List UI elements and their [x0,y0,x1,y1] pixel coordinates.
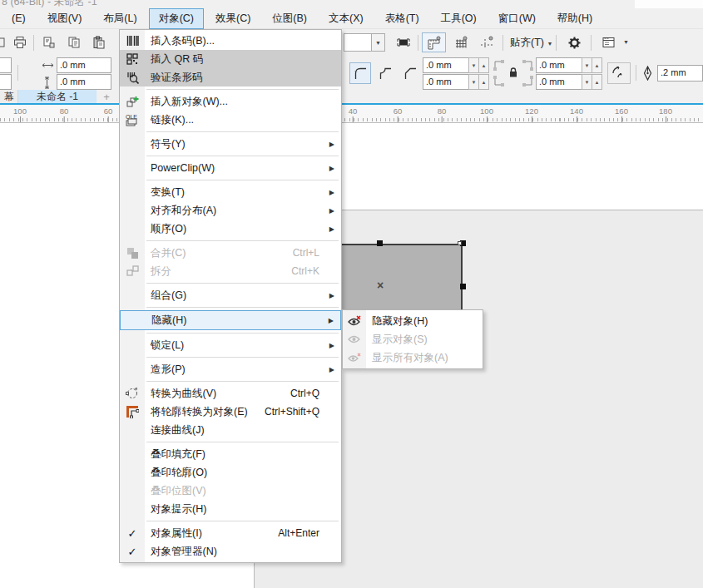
ruler-mark: 140 [570,106,583,116]
options-gear-icon[interactable] [562,32,586,52]
menu-item-combine: 合并(C) Ctrl+L [120,244,341,262]
selection-handle-right-middle[interactable] [460,284,466,289]
spinner-up-icon[interactable]: ▲ [478,74,489,90]
ruler-mark: 100 [13,106,27,116]
menu-item-group[interactable]: 组合(G) ▶ [120,286,341,304]
menubar-item-object[interactable]: 对象(C) [149,8,204,29]
hide-object-icon [343,315,366,327]
print-icon[interactable] [10,32,30,52]
corner-radius-bottom-right-field[interactable]: .0 mm [536,74,582,90]
show-grid-icon[interactable] [448,32,473,52]
menu-item-join-curves[interactable]: 连接曲线(J) [120,421,341,439]
chevron-down-icon[interactable]: ▼ [371,34,384,51]
window-layout-icon[interactable] [597,32,619,52]
show-object-icon [343,334,366,345]
add-page-button[interactable]: + [97,90,116,103]
object-width-field[interactable]: .0 mm [57,57,111,73]
tab-untitled-document[interactable]: 未命名 -1 [18,90,97,103]
corner-node-icon [522,59,534,87]
menu-separator [120,238,341,244]
menu-item-order[interactable]: 顺序(O) ▶ [120,220,341,238]
selection-handle-top-left[interactable] [377,240,383,246]
chevron-down-icon[interactable]: ▼ [623,39,629,45]
menu-item-transformations[interactable]: 变换(T) ▶ [120,183,341,201]
scalloped-corner-button[interactable] [374,62,396,84]
lock-icon[interactable] [508,67,518,78]
menu-separator [120,177,341,183]
menubar-item-layout[interactable]: 布局(L) [93,8,146,29]
tab-welcome-screen-partial[interactable]: 幕 [0,90,18,103]
chamfered-corner-button[interactable] [399,62,421,84]
menu-item-object-hinting[interactable]: 对象提示(H) [120,500,341,518]
paste-icon[interactable] [88,32,110,52]
outline-width-field[interactable]: .2 mm [657,65,703,82]
spinner-up-icon[interactable]: ▲ [592,74,602,90]
menu-item-convert-outline-to-object[interactable]: 将轮廓转换为对象(E) Ctrl+Shift+Q [120,403,341,421]
zoom-level-combo[interactable]: ▼ [344,33,385,52]
menu-item-overprint-fill[interactable]: 叠印填充(F) [120,445,341,463]
horizontal-ruler[interactable]: 100 80 60 40 60 80 100 120 140 160 180 [0,105,703,123]
menubar-item-text[interactable]: 文本(X) [319,8,374,29]
menu-item-convert-to-curves[interactable]: 转换为曲线(V) Ctrl+Q [120,384,341,403]
submenu-item-show-object: 显示对象(S) [343,330,483,348]
snap-to-label: 贴齐(T) [510,37,544,48]
menu-item-align-distribute[interactable]: 对齐和分布(A) ▶ [120,201,341,220]
menu-item-lock[interactable]: 锁定(L) ▶ [120,336,341,354]
object-position-x-field[interactable]: m [0,57,12,73]
snap-to-dropdown[interactable]: 贴齐(T) ▼ [510,36,552,50]
break-apart-icon [120,265,145,278]
corner-node-marker[interactable] [458,241,462,245]
duplicate-icon[interactable] [63,32,85,52]
menu-item-object-manager[interactable]: ✓ 对象管理器(N) [120,542,341,561]
menu-item-object-properties[interactable]: ✓ 对象属性(I) Alt+Enter [120,524,341,542]
menubar-item-tools[interactable]: 工具(O) [431,8,487,29]
menu-item-overprint-outline[interactable]: 叠印轮廓(O) [120,463,341,482]
toolbar-separator [33,35,34,51]
show-rulers-icon[interactable] [422,32,446,52]
title-bar: 8 (64-Bit) - 未命名 -1 [0,0,703,8]
menubar-item-effects[interactable]: 效果(C) [205,8,260,29]
corner-radius-top-right-field[interactable]: .0 mm [536,57,582,73]
chevron-down-icon: ▼ [547,41,552,47]
corner-radius-top-field[interactable]: .0 mm [423,57,469,73]
submenu-arrow-icon: ▶ [329,366,334,373]
menu-item-insert-new-object[interactable]: 插入新对象(W)... [120,92,341,111]
menu-item-validate-barcode[interactable]: 验证条形码 [120,68,341,86]
show-all-objects-icon [343,352,366,363]
spinner-up-icon[interactable]: ▲ [478,57,489,73]
menu-item-symbol[interactable]: 符号(Y) ▶ [120,135,341,153]
menu-item-links[interactable]: OLE 链接(K)... [120,111,341,129]
ruler-mark: 80 [60,106,69,116]
menu-separator [120,354,341,360]
submenu-arrow-icon: ▶ [329,165,334,172]
menubar-item-view[interactable]: 视图(V) [37,8,92,29]
object-center-marker[interactable]: × [374,279,386,291]
full-screen-preview-icon[interactable] [392,32,415,52]
object-height-field[interactable]: .0 mm [57,74,111,90]
show-guidelines-icon[interactable] [474,32,498,52]
menu-item-shaping[interactable]: 造形(P) ▶ [120,360,341,378]
object-position-y-field[interactable]: m [0,74,12,90]
relative-corner-scaling-icon[interactable] [607,62,631,84]
menu-item-insert-qr-code[interactable]: 插入 QR 码 [120,50,341,68]
menubar-item-help[interactable]: 帮助(H) [547,8,602,29]
corner-radius-bottom-field[interactable]: .0 mm [423,74,469,90]
menu-item-insert-barcode[interactable]: 插入条码(B)... [120,32,341,50]
menubar-item-bitmaps[interactable]: 位图(B) [262,8,317,29]
round-corner-button[interactable] [349,62,371,84]
menu-separator [120,153,341,159]
menu-item-powerclip[interactable]: PowerClip(W) ▶ [120,159,341,177]
menu-separator [120,330,341,336]
insert-new-object-icon [120,96,145,108]
menu-item-hide[interactable]: 隐藏(H) ▶ [120,310,341,330]
spinner-up-icon[interactable]: ▲ [592,57,602,73]
menubar-item-table[interactable]: 表格(T) [375,8,429,29]
menu-item-break-apart: 拆分 Ctrl+K [120,262,341,280]
submenu-item-hide-object[interactable]: 隐藏对象(H) [343,312,483,330]
toolbar-separator [636,65,636,81]
menubar-item-window[interactable]: 窗口(W) [488,8,546,29]
object-height-icon [43,77,51,89]
clipped-toolbar-icon[interactable] [0,32,5,52]
copy-properties-icon[interactable] [38,32,60,52]
menubar-item-edit-partial[interactable]: (E) [2,9,36,27]
